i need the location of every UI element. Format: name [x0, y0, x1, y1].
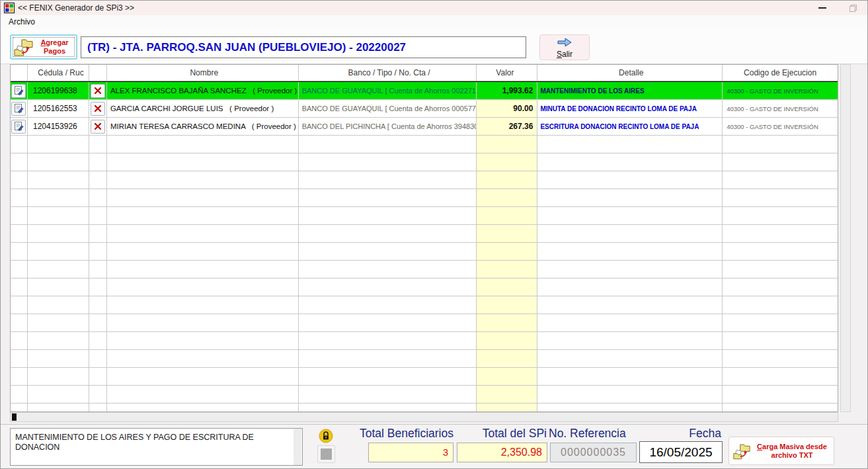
referencia-label: No. Referencia	[549, 427, 641, 441]
empty-table-row	[11, 386, 838, 404]
empty-table-row	[11, 404, 838, 412]
cell-nombre: GARCIA CARCHI JORGUE LUIS ( Proveedor )	[107, 100, 299, 117]
total-beneficiarios-value: 3	[368, 443, 454, 462]
delete-row-button[interactable]	[91, 120, 105, 134]
referencia-field: 0000000035	[550, 443, 637, 462]
exit-button[interactable]: Salir	[539, 34, 590, 60]
hscroll-thumb[interactable]	[12, 413, 17, 421]
delete-row-button[interactable]	[91, 102, 105, 116]
cell-nombre: MIRIAN TERESA CARRASCO MEDINA ( Proveedo…	[107, 118, 299, 135]
empty-table-row	[11, 314, 838, 332]
table-row[interactable]: 1206199638 ALEX FRANCISCO BAJAÑA SANCHEZ…	[11, 81, 838, 100]
carga-masiva-button[interactable]: Carga Masiva desde archivo TXT	[729, 437, 834, 465]
grid-body: 1206199638 ALEX FRANCISCO BAJAÑA SANCHEZ…	[11, 81, 838, 412]
empty-table-row	[11, 278, 838, 296]
fecha-label: Fecha	[629, 427, 721, 441]
empty-table-row	[11, 189, 838, 207]
empty-table-row	[11, 225, 838, 243]
total-spi-value: 2,350.98	[457, 443, 547, 462]
edit-row-button[interactable]	[11, 120, 26, 134]
empty-table-row	[11, 153, 838, 171]
cell-valor: 1,993.62	[477, 82, 537, 99]
header-cedula: Cédula / Ruc	[28, 65, 89, 81]
empty-table-row	[11, 171, 838, 189]
cell-cedula: 1206199638	[28, 82, 89, 99]
exit-label: Salir	[540, 50, 589, 59]
cell-codigo: 40300 - GASTO DE INVERSIÓN	[723, 100, 838, 117]
footer-panel: MANTENIMIENTO DE LOS AIRES Y PAGO DE ESC…	[1, 424, 867, 469]
add-payments-button[interactable]: Agregar Pagos	[10, 34, 77, 60]
cell-detalle: MINUTA DE DONACION RECINTO LOMA DE PAJA	[537, 100, 723, 117]
header-nombre: Nombre	[107, 65, 299, 81]
header-edit-col	[11, 65, 28, 81]
cell-nombre: ALEX FRANCISCO BAJAÑA SANCHEZ ( Proveedo…	[107, 82, 299, 99]
arrow-right-icon	[557, 38, 572, 47]
header-banco: Banco / Tipo / No. Cta /	[299, 65, 477, 81]
minimize-icon	[818, 7, 826, 9]
observation-scrollbar[interactable]	[294, 429, 301, 465]
cell-banco: BANCO DEL PICHINCHA [ Cuenta de Ahorros …	[299, 118, 477, 135]
empty-table-row	[11, 350, 838, 368]
cell-detalle: MANTENIMIENTO DE LOS AIRES	[537, 82, 723, 99]
restore-button[interactable]	[843, 1, 863, 15]
gray-square-button[interactable]	[317, 445, 335, 463]
header-delete-col	[89, 65, 107, 81]
empty-table-row	[11, 261, 838, 278]
entity-title-field[interactable]: (TR) - JTA. PARROQ.SAN JUAN (PUEBLOVIEJO…	[81, 36, 526, 58]
delete-x-icon	[93, 122, 102, 131]
edit-icon	[13, 103, 24, 114]
toolbar: Agregar Pagos (TR) - JTA. PARROQ.SAN JUA…	[1, 28, 867, 64]
title-bar: << FENIX Generador de SPi3 >>	[1, 1, 867, 15]
edit-row-button[interactable]	[11, 84, 26, 98]
empty-table-row	[11, 296, 838, 314]
cell-banco: BANCO DE GUAYAQUIL [ Cuenta de Ahorros 0…	[299, 100, 477, 117]
header-valor: Valor	[477, 65, 537, 81]
cell-detalle: ESCRITURA DONACION RECINTO LOMA DE PAJA	[537, 118, 723, 135]
delete-x-icon	[93, 104, 102, 113]
grid-vertical-scrollbar[interactable]	[840, 64, 851, 412]
cell-valor: 90.00	[477, 100, 537, 117]
header-codigo: Codigo de Ejecucion	[723, 65, 838, 81]
cell-codigo: 40300 - GASTO DE INVERSIÓN	[723, 82, 838, 99]
cell-valor: 267.36	[477, 118, 537, 135]
folder-transfer-icon	[732, 443, 750, 460]
observation-textarea[interactable]: MANTENIMIENTO DE LOS AIRES Y PAGO DE ESC…	[10, 428, 303, 466]
folder-transfer-icon	[13, 38, 33, 56]
window-title: << FENIX Generador de SPi3 >>	[18, 3, 134, 13]
empty-table-row	[11, 332, 838, 350]
menu-archivo[interactable]: Archivo	[6, 17, 38, 27]
edit-row-button[interactable]	[11, 102, 26, 116]
empty-table-row	[11, 368, 838, 386]
edit-icon	[13, 85, 24, 96]
cell-banco: BANCO DE GUAYAQUIL [ Cuenta de Ahorros 0…	[299, 82, 477, 99]
app-icon	[4, 3, 15, 13]
app-window: << FENIX Generador de SPi3 >> Archivo Ag…	[0, 0, 868, 469]
empty-table-row	[11, 207, 838, 225]
table-row[interactable]: 1205162553 GARCIA CARCHI JORGUE LUIS ( P…	[11, 100, 838, 118]
menu-bar: Archivo	[1, 15, 867, 28]
total-spi-label: Total del SPi	[428, 427, 547, 441]
header-detalle: Detalle	[537, 65, 723, 81]
empty-table-row	[11, 243, 838, 261]
add-payments-label: Agregar Pagos	[33, 38, 76, 56]
fecha-field[interactable]: 16/05/2025	[639, 441, 723, 463]
delete-row-button[interactable]	[91, 84, 105, 98]
edit-icon	[13, 121, 24, 132]
empty-table-row	[11, 136, 838, 153]
payments-grid: Cédula / Ruc Nombre Banco / Tipo / No. C…	[10, 64, 838, 412]
cell-cedula: 1204153926	[28, 118, 89, 135]
delete-x-icon	[93, 86, 102, 95]
carga-masiva-label: Carga Masiva desde archivo TXT	[750, 443, 834, 460]
cell-codigo: 40300 - GASTO DE INVERSIÓN	[723, 118, 838, 135]
minimize-button[interactable]	[812, 1, 832, 15]
grid-horizontal-scrollbar[interactable]	[10, 412, 838, 422]
cell-cedula: 1205162553	[28, 100, 89, 117]
table-row[interactable]: 1204153926 MIRIAN TERESA CARRASCO MEDINA…	[11, 118, 838, 136]
grid-header-row: Cédula / Ruc Nombre Banco / Tipo / No. C…	[11, 65, 838, 81]
restore-icon	[849, 4, 857, 13]
gray-square-icon	[321, 448, 332, 460]
